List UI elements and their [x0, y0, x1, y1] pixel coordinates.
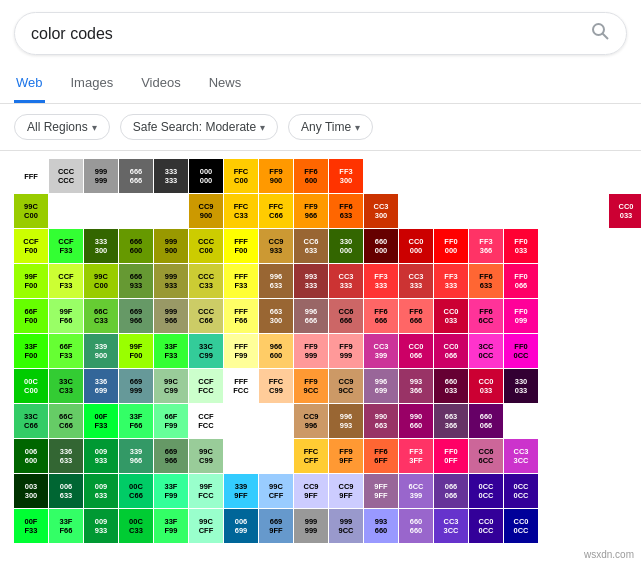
color-cell[interactable]: 33FF99: [154, 509, 188, 543]
color-cell[interactable]: [609, 439, 641, 473]
color-cell[interactable]: [574, 334, 608, 368]
color-cell[interactable]: 669966: [119, 299, 153, 333]
color-cell[interactable]: 993660: [364, 509, 398, 543]
color-cell[interactable]: CC0033: [434, 299, 468, 333]
color-cell[interactable]: [609, 334, 641, 368]
color-cell[interactable]: FF9966: [294, 194, 328, 228]
color-cell[interactable]: FF6666: [364, 299, 398, 333]
color-cell[interactable]: 66FF99: [154, 404, 188, 438]
color-cell[interactable]: 990660: [399, 404, 433, 438]
color-cell[interactable]: 6CC399: [399, 474, 433, 508]
color-cell[interactable]: CC9996: [294, 404, 328, 438]
color-cell[interactable]: 663300: [259, 299, 293, 333]
color-cell[interactable]: [539, 229, 573, 263]
color-cell[interactable]: 993366: [399, 369, 433, 403]
color-cell[interactable]: 660033: [434, 369, 468, 403]
color-cell[interactable]: 33FF99: [154, 474, 188, 508]
tab-news[interactable]: News: [207, 67, 244, 103]
color-cell[interactable]: 99CC00: [14, 194, 48, 228]
tab-videos[interactable]: Videos: [139, 67, 183, 103]
color-cell[interactable]: CCCCCC: [49, 159, 83, 193]
color-cell[interactable]: 999933: [154, 264, 188, 298]
color-cell[interactable]: CC33CC: [434, 509, 468, 543]
color-cell[interactable]: FF6633: [469, 264, 503, 298]
color-cell[interactable]: [609, 369, 641, 403]
color-cell[interactable]: [574, 439, 608, 473]
color-cell[interactable]: FFCC66: [259, 194, 293, 228]
color-cell[interactable]: [539, 474, 573, 508]
color-cell[interactable]: [539, 194, 573, 228]
color-cell[interactable]: FFF: [14, 159, 48, 193]
color-cell[interactable]: 9999CC: [329, 509, 363, 543]
color-cell[interactable]: [574, 474, 608, 508]
color-cell[interactable]: 66CC66: [49, 404, 83, 438]
color-cell[interactable]: CCFF33: [49, 264, 83, 298]
color-cell[interactable]: 339900: [84, 334, 118, 368]
color-cell[interactable]: [434, 159, 468, 193]
color-cell[interactable]: [49, 194, 83, 228]
color-cell[interactable]: [119, 194, 153, 228]
color-cell[interactable]: [364, 159, 398, 193]
color-cell[interactable]: [574, 264, 608, 298]
color-cell[interactable]: 999999: [294, 509, 328, 543]
color-cell[interactable]: FF0033: [504, 229, 538, 263]
color-cell[interactable]: CC0033: [469, 369, 503, 403]
color-cell[interactable]: 330033: [504, 369, 538, 403]
color-cell[interactable]: [609, 474, 641, 508]
color-cell[interactable]: 999966: [154, 299, 188, 333]
color-cell[interactable]: [224, 439, 258, 473]
color-cell[interactable]: 999999: [84, 159, 118, 193]
color-cell[interactable]: FF99CC: [294, 369, 328, 403]
color-cell[interactable]: FFCC33: [224, 194, 258, 228]
color-cell[interactable]: 336633: [49, 439, 83, 473]
color-cell[interactable]: [224, 404, 258, 438]
color-cell[interactable]: CC9900: [189, 194, 223, 228]
color-cell[interactable]: FFCC00: [224, 159, 258, 193]
color-cell[interactable]: [539, 264, 573, 298]
color-cell[interactable]: 006699: [224, 509, 258, 543]
color-cell[interactable]: CC6633: [294, 229, 328, 263]
color-cell[interactable]: [539, 404, 573, 438]
color-cell[interactable]: 669966: [154, 439, 188, 473]
color-cell[interactable]: [539, 334, 573, 368]
color-cell[interactable]: 00CC00: [14, 369, 48, 403]
color-cell[interactable]: 666600: [119, 229, 153, 263]
color-cell[interactable]: 99CCFF: [189, 509, 223, 543]
color-cell[interactable]: CC00CC: [469, 509, 503, 543]
color-cell[interactable]: FF3366: [469, 229, 503, 263]
color-cell[interactable]: FF3333: [364, 264, 398, 298]
color-cell[interactable]: CC0033: [609, 194, 641, 228]
color-cell[interactable]: CC33CC: [504, 439, 538, 473]
color-cell[interactable]: [399, 194, 433, 228]
color-cell[interactable]: FF0000: [434, 229, 468, 263]
color-cell[interactable]: FFFF99: [224, 334, 258, 368]
color-cell[interactable]: [399, 159, 433, 193]
color-cell[interactable]: 666933: [119, 264, 153, 298]
color-cell[interactable]: 99FF66: [49, 299, 83, 333]
color-cell[interactable]: 333300: [84, 229, 118, 263]
color-cell[interactable]: CC0066: [399, 334, 433, 368]
color-cell[interactable]: 009933: [84, 509, 118, 543]
color-cell[interactable]: 9FF9FF: [364, 474, 398, 508]
color-cell[interactable]: 99FF00: [14, 264, 48, 298]
color-cell[interactable]: FF33FF: [399, 439, 433, 473]
color-cell[interactable]: 966600: [259, 334, 293, 368]
color-cell[interactable]: 99CC99: [154, 369, 188, 403]
color-cell[interactable]: 0CC0CC: [504, 474, 538, 508]
color-cell[interactable]: [434, 194, 468, 228]
color-cell[interactable]: 996993: [329, 404, 363, 438]
color-cell[interactable]: CC6666: [329, 299, 363, 333]
color-cell[interactable]: CCCC00: [189, 229, 223, 263]
color-cell[interactable]: FFFFCC: [224, 369, 258, 403]
safe-search-filter[interactable]: Safe Search: Moderate ▾: [120, 114, 278, 140]
color-cell[interactable]: [574, 229, 608, 263]
color-cell[interactable]: 663366: [434, 404, 468, 438]
color-cell[interactable]: 33FF33: [154, 334, 188, 368]
color-cell[interactable]: [539, 369, 573, 403]
color-cell[interactable]: CC3399: [364, 334, 398, 368]
color-cell[interactable]: 00CC33: [119, 509, 153, 543]
color-cell[interactable]: [609, 299, 641, 333]
color-cell[interactable]: [539, 299, 573, 333]
color-cell[interactable]: 66FF33: [49, 334, 83, 368]
color-cell[interactable]: 99FFCC: [189, 474, 223, 508]
